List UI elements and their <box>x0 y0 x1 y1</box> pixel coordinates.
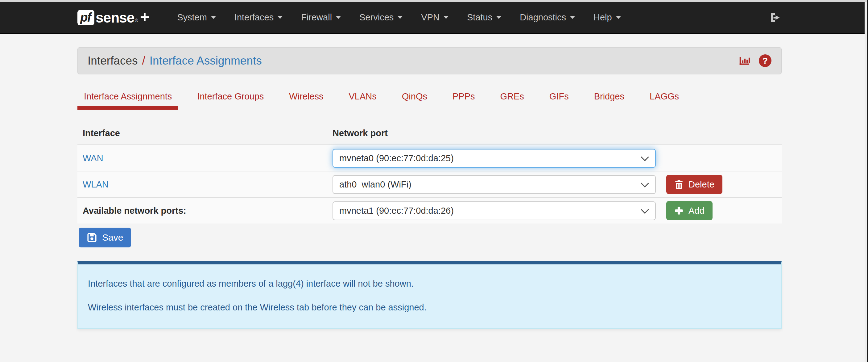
chevron-down-icon <box>570 16 575 19</box>
registered-mark: ® <box>135 18 138 23</box>
delete-wlan-button[interactable]: Delete <box>666 175 722 194</box>
pfsense-logo[interactable]: pf sense ® + <box>78 9 149 26</box>
save-icon <box>87 232 97 243</box>
info-line-lagg: Interfaces that are configured as member… <box>88 279 771 289</box>
wlan-network-port-select[interactable]: ath0_wlan0 (WiFi) <box>333 175 656 194</box>
chevron-down-icon <box>398 16 403 19</box>
table-row-wan: WAN mvneta0 (90:ec:77:0d:da:25) <box>78 145 782 171</box>
menu-vpn[interactable]: VPN <box>412 4 458 31</box>
breadcrumb-section: Interfaces <box>88 54 137 67</box>
tab-qinqs[interactable]: QinQs <box>396 91 434 110</box>
menu-interfaces[interactable]: Interfaces <box>225 4 292 31</box>
column-header-interface: Interface <box>83 128 333 138</box>
available-ports-label: Available network ports: <box>83 206 186 216</box>
chevron-down-icon <box>496 16 501 19</box>
chevron-down-icon <box>211 16 216 19</box>
menu-system[interactable]: System <box>168 4 225 31</box>
info-line-wireless: Wireless interfaces must be created on t… <box>88 302 771 313</box>
tab-ppps[interactable]: PPPs <box>446 91 482 110</box>
main-menu: System Interfaces Firewall Services VPN … <box>168 4 630 31</box>
interface-assignments-table: Interface Network port WAN mvneta0 (90:e… <box>78 124 782 247</box>
available-port-select[interactable]: mvneta1 (90:ec:77:0d:da:26) <box>333 201 656 220</box>
tab-interface-groups[interactable]: Interface Groups <box>191 91 270 110</box>
page-header-panel: Interfaces / Interface Assignments ? <box>78 47 782 74</box>
trash-icon <box>674 179 684 189</box>
pfsense-logo-text: sense <box>96 9 134 26</box>
sign-out-icon[interactable] <box>769 2 782 33</box>
table-row-available-ports: Available network ports: mvneta1 (90:ec:… <box>78 198 782 224</box>
menu-diagnostics[interactable]: Diagnostics <box>510 4 584 31</box>
pfsense-logo-pf-mark: pf <box>78 10 94 25</box>
menu-firewall[interactable]: Firewall <box>292 4 350 31</box>
info-alert-panel: Interfaces that are configured as member… <box>78 261 782 329</box>
save-button[interactable]: Save <box>79 228 131 247</box>
chevron-down-icon <box>278 16 283 19</box>
menu-help[interactable]: Help <box>584 4 630 31</box>
table-header-row: Interface Network port <box>78 124 782 145</box>
status-monitoring-icon[interactable] <box>738 55 750 67</box>
wan-network-port-select[interactable]: mvneta0 (90:ec:77:0d:da:25) <box>333 149 656 168</box>
menu-services[interactable]: Services <box>350 4 412 31</box>
breadcrumb: Interfaces / Interface Assignments <box>88 54 262 67</box>
breadcrumb-separator: / <box>142 54 145 67</box>
tab-interface-assignments[interactable]: Interface Assignments <box>78 91 178 110</box>
tab-gres[interactable]: GREs <box>494 91 530 110</box>
tab-vlans[interactable]: VLANs <box>342 91 383 110</box>
help-icon[interactable]: ? <box>759 54 771 67</box>
page-title: Interface Assignments <box>150 54 262 67</box>
top-navbar: pf sense ® + System Interfaces Firewall … <box>0 2 868 34</box>
column-header-network-port: Network port <box>333 128 388 138</box>
tab-laggs[interactable]: LAGGs <box>643 91 685 110</box>
interfaces-tab-bar: Interface Assignments Interface Groups W… <box>78 91 782 110</box>
chevron-down-icon <box>336 16 341 19</box>
add-interface-button[interactable]: Add <box>666 201 713 220</box>
chevron-down-icon <box>443 16 448 19</box>
wlan-interface-link[interactable]: WLAN <box>83 179 108 189</box>
tab-wireless[interactable]: Wireless <box>283 91 330 110</box>
tab-gifs[interactable]: GIFs <box>543 91 575 110</box>
scrollbar-track[interactable] <box>865 2 867 362</box>
tab-bridges[interactable]: Bridges <box>588 91 631 110</box>
menu-status[interactable]: Status <box>458 4 510 31</box>
chevron-down-icon <box>616 16 621 19</box>
table-row-wlan: WLAN ath0_wlan0 (WiFi) Delete <box>78 171 782 198</box>
wan-interface-link[interactable]: WAN <box>83 153 103 163</box>
plus-icon <box>674 206 684 215</box>
